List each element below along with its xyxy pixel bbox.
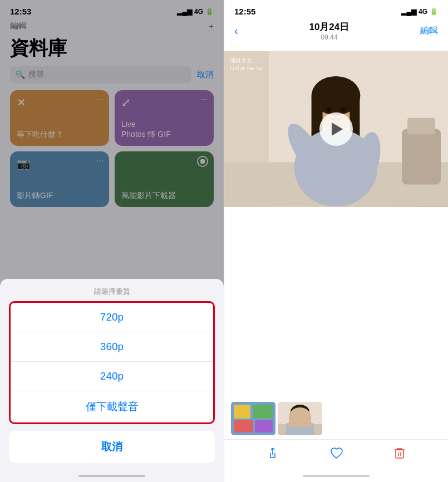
nav-title-block: 10月24日 09:44 xyxy=(309,21,349,41)
home-bar-left xyxy=(78,475,145,477)
video-area[interactable]: 理科太太 Li-Kor Tai-Tai xyxy=(224,51,448,207)
thumbnail-strip xyxy=(224,397,448,439)
network-type-right: 4G xyxy=(419,8,427,16)
nav-time: 09:44 xyxy=(309,33,349,41)
quality-options-list: 720p 360p 240p 僅下載聲音 xyxy=(9,301,215,424)
nav-bar: ‹ 10月24日 09:44 編輯 xyxy=(224,18,448,46)
status-bar-right: 12:55 ▂▄▆ 4G 🔋 xyxy=(224,0,448,18)
video-watermark: 理科太太 Li-Kor Tai-Tai xyxy=(230,57,262,72)
watermark-line1: 理科太太 xyxy=(230,57,262,65)
svg-point-22 xyxy=(291,406,309,426)
trash-icon xyxy=(393,446,406,460)
home-indicator-left xyxy=(0,470,224,482)
delete-button[interactable] xyxy=(393,446,406,463)
svg-rect-3 xyxy=(407,118,435,135)
share-icon xyxy=(266,446,279,460)
heart-icon xyxy=(329,446,343,460)
quality-240p[interactable]: 240p xyxy=(11,362,213,391)
svg-rect-24 xyxy=(286,423,314,435)
home-indicator-right xyxy=(224,470,448,482)
quality-360p[interactable]: 360p xyxy=(11,332,213,362)
video-background: 理科太太 Li-Kor Tai-Tai xyxy=(224,51,448,207)
right-panel: 12:55 ▂▄▆ 4G 🔋 ‹ 10月24日 09:44 編輯 xyxy=(224,0,448,482)
time-right: 12:55 xyxy=(234,7,255,16)
svg-rect-18 xyxy=(234,420,253,432)
bottom-toolbar xyxy=(224,439,448,470)
modal-overlay: 請選擇畫質 720p 360p 240p 僅下載聲音 取消 xyxy=(0,0,224,482)
play-triangle-icon xyxy=(332,122,343,136)
thumbnail-2[interactable] xyxy=(278,402,322,435)
svg-rect-19 xyxy=(255,420,273,432)
strip-padding-left xyxy=(224,402,229,435)
svg-point-13 xyxy=(326,107,332,112)
back-button[interactable]: ‹ xyxy=(234,24,238,37)
modal-cancel-button[interactable]: 取消 xyxy=(9,431,215,463)
thumbnail-1[interactable] xyxy=(231,402,275,435)
content-spacer xyxy=(224,207,448,397)
status-icons-right: ▂▄▆ 4G 🔋 xyxy=(401,8,438,16)
thumb-1-svg xyxy=(231,402,275,435)
svg-rect-17 xyxy=(253,405,273,419)
like-button[interactable] xyxy=(329,446,343,463)
play-button[interactable] xyxy=(319,112,353,146)
thumb-2-svg xyxy=(278,402,322,435)
svg-point-14 xyxy=(340,107,346,112)
svg-rect-2 xyxy=(402,129,441,185)
quality-720p[interactable]: 720p xyxy=(11,303,213,332)
watermark-line2: Li-Kor Tai-Tai xyxy=(230,65,262,72)
strip-padding-right xyxy=(324,402,329,435)
home-bar-right xyxy=(303,475,370,477)
svg-point-23 xyxy=(291,405,309,419)
signal-bars-right-icon: ▂▄▆ xyxy=(401,8,416,16)
battery-right-icon: 🔋 xyxy=(430,8,438,16)
nav-date: 10月24日 xyxy=(309,21,349,33)
left-panel: 12:53 ▂▄▆ 4G 🔋 編輯 + 資料庫 🔍 搜尋 取消 ✕ ··· 等下… xyxy=(0,0,224,482)
modal-title: 請選擇畫質 xyxy=(0,279,224,301)
nav-edit-button[interactable]: 編輯 xyxy=(420,25,438,37)
quality-audio-only[interactable]: 僅下載聲音 xyxy=(11,391,213,422)
quality-modal: 請選擇畫質 720p 360p 240p 僅下載聲音 取消 xyxy=(0,279,224,482)
svg-rect-16 xyxy=(234,405,250,419)
share-button[interactable] xyxy=(266,446,279,463)
svg-rect-25 xyxy=(396,450,403,458)
